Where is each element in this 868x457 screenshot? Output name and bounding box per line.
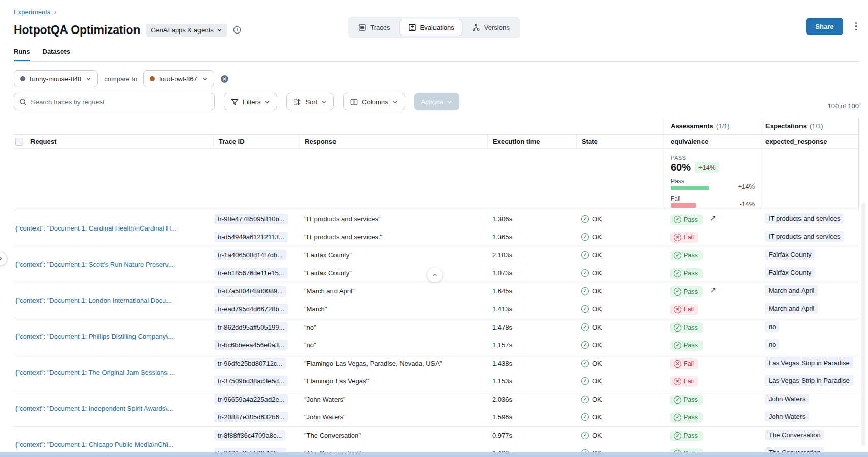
trace-id-link[interactable]: tr-98e47785095810b... xyxy=(214,214,288,224)
request-link[interactable]: {"context": "Document 1: The Original Ja… xyxy=(15,369,175,376)
equivalence-badge[interactable]: Pass xyxy=(670,286,703,297)
trace-row[interactable]: tr-20887e305d632b6... "John Waters" 1.59… xyxy=(213,408,859,426)
expected-response-pill: The Conversation xyxy=(765,430,824,440)
request-link[interactable]: {"context": "Document 1: Independent Spi… xyxy=(15,405,173,412)
equivalence-cell: Fail xyxy=(665,304,760,315)
request-link[interactable]: {"context": "Document 1: Chicago Public … xyxy=(15,441,174,448)
baseline-run-select[interactable]: funny-mouse-848 xyxy=(14,70,98,87)
request-link[interactable]: {"context": "Document 1: Phillips Distil… xyxy=(15,333,174,340)
equivalence-badge[interactable]: Pass xyxy=(670,340,703,351)
state-cell: OK xyxy=(576,413,665,421)
trace-id-link[interactable]: tr-20887e305d632b6... xyxy=(214,412,288,422)
ok-check-icon xyxy=(581,305,589,313)
trace-id-link[interactable]: tr-96659a4a225ad2e... xyxy=(214,394,288,405)
state-label: OK xyxy=(592,287,602,295)
equivalence-badge[interactable]: Pass xyxy=(670,214,703,225)
trace-row[interactable]: tr-bc6bbeea456e0a3... "no" 1.157s OK Pas… xyxy=(213,336,859,354)
request-link[interactable]: {"context": "Document 1: London Internat… xyxy=(15,297,172,304)
ok-check-icon xyxy=(581,341,589,349)
trace-row[interactable]: tr-d7a5804f48d0089... "March and April" … xyxy=(213,282,859,300)
column-header-equivalence: equivalence xyxy=(665,135,760,148)
response-cell: "IT products and services" xyxy=(299,215,487,223)
trace-row[interactable]: tr-1a406508d14f7db... "Fairfax County" 2… xyxy=(213,246,859,264)
equivalence-badge[interactable]: Pass xyxy=(670,268,703,279)
equivalence-badge[interactable]: Fail xyxy=(670,376,698,387)
filters-label: Filters xyxy=(243,98,260,106)
execution-time-cell: 2.103s xyxy=(487,251,576,259)
experiment-type-dropdown[interactable]: GenAI apps & agents xyxy=(146,24,227,37)
table-row[interactable]: {"context": "Document 1: Cardinal Health… xyxy=(14,210,859,246)
trace-id-link[interactable]: tr-ead795d4d66728b... xyxy=(214,304,288,314)
trace-id-link[interactable]: tr-96dfe25bd80712c... xyxy=(214,358,286,369)
search-box[interactable] xyxy=(14,93,215,110)
table-row[interactable]: {"context": "Document 1: Phillips Distil… xyxy=(14,318,859,354)
tab-evaluations-label: Evaluations xyxy=(420,24,454,31)
traces-table: Assessments (1/1) Expectations (1/1) Req… xyxy=(14,118,859,457)
change-arrow-icon: ↗ xyxy=(710,214,716,222)
trace-id-link[interactable]: tr-d7a5804f48d0089... xyxy=(214,286,286,297)
equivalence-badge[interactable]: Pass xyxy=(670,395,703,405)
trace-row[interactable]: tr-d54949a61212113... "IT products and s… xyxy=(213,228,859,246)
tab-traces[interactable]: Traces xyxy=(350,19,398,36)
compare-run-select[interactable]: loud-owl-867 xyxy=(143,70,214,87)
select-all-checkbox[interactable] xyxy=(15,138,23,146)
ok-check-icon xyxy=(581,287,589,295)
trace-id-link[interactable]: tr-1a406508d14f7db... xyxy=(214,250,286,260)
expected-response-pill: no xyxy=(765,339,779,350)
columns-button[interactable]: Columns xyxy=(343,93,405,110)
equivalence-cell: Pass xyxy=(665,394,760,405)
horizontal-scrollbar[interactable] xyxy=(0,452,868,457)
table-row[interactable]: {"context": "Document 1: London Internat… xyxy=(14,282,859,318)
summary-delta-badge: +14% xyxy=(695,162,719,173)
trace-row[interactable]: tr-eb185676de11e15... "Fairfax County" 1… xyxy=(213,264,859,282)
table-row[interactable]: {"context": "Document 1: Independent Spi… xyxy=(14,390,859,426)
trace-row[interactable]: tr-ead795d4d66728b... "March" 1.413s OK … xyxy=(213,300,859,318)
collapse-summary-button[interactable] xyxy=(427,268,442,282)
execution-time-cell: 2.036s xyxy=(487,396,576,403)
state-label: OK xyxy=(592,396,602,403)
sort-button[interactable]: Sort xyxy=(286,93,334,110)
request-link[interactable]: {"context": "Document 1: Cardinal Health… xyxy=(15,224,176,232)
trace-row[interactable]: tr-96659a4a225ad2e... "John Waters" 2.03… xyxy=(213,390,859,408)
assessments-group-label: Assessments xyxy=(671,122,713,130)
trace-id-link[interactable]: tr-8f88ff36c4709a8c... xyxy=(214,430,285,441)
tab-evaluations[interactable]: Evaluations xyxy=(400,19,463,36)
equivalence-badge[interactable]: Pass xyxy=(670,322,703,333)
trace-row[interactable]: tr-96dfe25bd80712c... "Flamingo Las Vega… xyxy=(213,354,859,372)
filters-button[interactable]: Filters xyxy=(224,93,277,110)
equivalence-badge[interactable]: Pass xyxy=(670,412,703,423)
expand-sidebar-button[interactable] xyxy=(0,252,7,266)
equivalence-badge[interactable]: Fail xyxy=(670,232,698,243)
breadcrumb-experiments-link[interactable]: Experiments xyxy=(14,8,50,16)
trace-id-link[interactable]: tr-bc6bbeea456e0a3... xyxy=(214,340,288,350)
equivalence-badge[interactable]: Pass xyxy=(670,431,703,441)
trace-id-link[interactable]: tr-d54949a61212113... xyxy=(214,232,288,242)
share-button[interactable]: Share xyxy=(806,18,843,35)
evaluations-icon xyxy=(409,24,416,31)
trace-id-link[interactable]: tr-862dd95aff505199... xyxy=(214,322,288,333)
overflow-menu-button[interactable] xyxy=(853,20,859,33)
info-icon[interactable] xyxy=(233,26,241,34)
tab-datasets[interactable]: Datasets xyxy=(43,48,70,61)
tab-runs[interactable]: Runs xyxy=(14,48,30,61)
trace-id-link[interactable]: tr-37509bd38ac3e5d... xyxy=(214,376,288,386)
tab-versions[interactable]: Versions xyxy=(464,19,518,36)
request-link[interactable]: {"context": "Document 1: Scott's Run Nat… xyxy=(15,260,174,268)
actions-button[interactable]: Actions xyxy=(414,93,460,110)
clear-compare-button[interactable] xyxy=(220,75,229,83)
trace-row[interactable]: tr-862dd95aff505199... "no" 1.478s OK Pa… xyxy=(213,318,859,336)
ok-check-icon xyxy=(581,377,589,385)
column-header-trace-id: Trace ID xyxy=(213,135,299,148)
equivalence-badge[interactable]: Fail xyxy=(670,358,698,369)
trace-row[interactable]: tr-37509bd38ac3e5d... "Flamingo Las Vega… xyxy=(213,372,859,390)
vertical-scrollbar[interactable] xyxy=(861,203,865,446)
search-input[interactable] xyxy=(31,98,209,106)
table-row[interactable]: {"context": "Document 1: The Original Ja… xyxy=(14,354,859,390)
equivalence-badge[interactable]: Pass xyxy=(670,250,703,261)
trace-id-link[interactable]: tr-eb185676de11e15... xyxy=(214,268,288,278)
expected-response-cell: March and April xyxy=(760,285,859,298)
trace-row[interactable]: tr-8f88ff36c4709a8c... "The Conversation… xyxy=(213,427,859,444)
equivalence-badge[interactable]: Fail xyxy=(670,304,698,315)
trace-row[interactable]: tr-98e47785095810b... "IT products and s… xyxy=(213,210,859,228)
expected-response-pill: Fairfax County xyxy=(765,267,815,278)
